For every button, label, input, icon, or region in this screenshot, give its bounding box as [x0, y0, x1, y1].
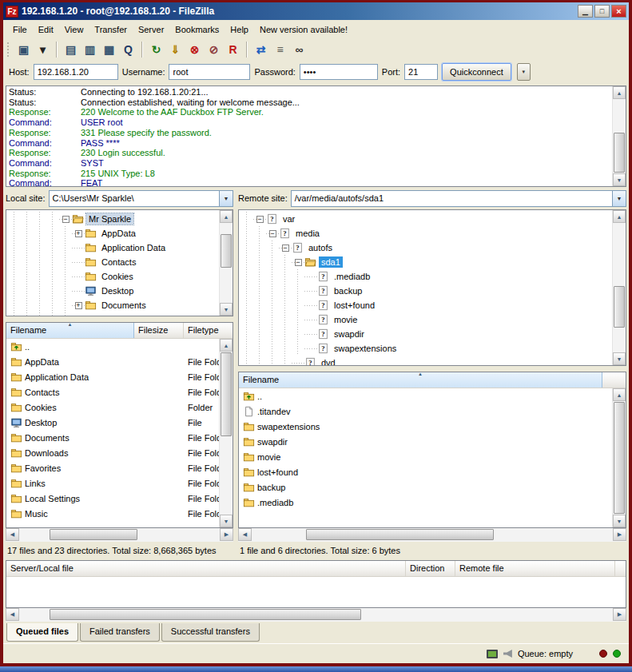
tree-item[interactable]: Cookies: [8, 269, 218, 284]
local-directory-tree[interactable]: −Mr Sparkle+AppDataApplication DataConta…: [6, 209, 233, 316]
collapse-icon[interactable]: −: [256, 216, 264, 223]
menu-server[interactable]: Server: [133, 22, 169, 38]
scroll-left-button[interactable]: ◀: [6, 528, 19, 541]
file-row[interactable]: FavoritesFile Folder: [6, 460, 233, 475]
toggle-message-log-button[interactable]: ▤: [62, 41, 80, 58]
expand-icon[interactable]: +: [75, 302, 82, 309]
scroll-down-button[interactable]: ▼: [613, 515, 626, 527]
local-site-combo[interactable]: C:\Users\Mr Sparkle\ ▼: [49, 190, 233, 207]
file-row[interactable]: DocumentsFile Folder: [6, 430, 233, 445]
scroll-thumb[interactable]: [221, 352, 232, 436]
tree-item[interactable]: dvd: [240, 356, 611, 366]
tree-item[interactable]: −Mr Sparkle: [8, 212, 218, 226]
file-row[interactable]: swapextensions: [239, 419, 626, 434]
monitor-icon[interactable]: [487, 650, 498, 658]
tree-item[interactable]: −autofs: [240, 241, 611, 255]
message-log[interactable]: Status:Connecting to 192.168.1.20:21...S…: [6, 85, 626, 187]
file-row[interactable]: ..: [239, 388, 626, 404]
queue-pane[interactable]: Server/Local fileDirectionRemote file: [6, 560, 626, 608]
scroll-down-button[interactable]: ▼: [613, 173, 626, 186]
quickconnect-dropdown-button[interactable]: ▾: [517, 63, 531, 81]
scroll-thumb[interactable]: [50, 609, 361, 620]
local-tree-scrollbar[interactable]: ▲ ▼: [219, 210, 233, 316]
toggle-queue-button[interactable]: Q: [119, 41, 137, 58]
expand-icon[interactable]: +: [75, 230, 82, 237]
scroll-left-button[interactable]: ◀: [238, 528, 252, 541]
new-version-notice[interactable]: New version available!: [254, 22, 353, 38]
collapse-icon[interactable]: −: [269, 230, 276, 237]
scroll-thumb[interactable]: [306, 529, 494, 540]
scroll-left-button[interactable]: ◀: [6, 608, 19, 621]
column-header-filesize[interactable]: Filesize: [134, 323, 184, 338]
local-splitter[interactable]: [6, 316, 233, 322]
remote-splitter[interactable]: [238, 366, 626, 372]
scroll-down-button[interactable]: ▼: [220, 515, 233, 527]
title-bar[interactable]: Fz 192.168.1.20 - root@192.168.1.20 - Fi…: [3, 2, 629, 20]
menu-help[interactable]: Help: [225, 22, 254, 38]
file-row[interactable]: Local SettingsFile Folder: [6, 491, 233, 506]
toggle-remote-tree-button[interactable]: ▦: [100, 41, 118, 58]
message-log-scrollbar[interactable]: ▲ ▼: [612, 86, 626, 186]
column-header-filetype[interactable]: Filetype: [184, 323, 233, 338]
file-row[interactable]: ..: [6, 339, 233, 354]
quickconnect-button[interactable]: Quickconnect: [442, 63, 511, 81]
tree-item[interactable]: Contacts: [8, 255, 218, 269]
chevron-down-icon[interactable]: ▼: [612, 191, 626, 206]
site-manager-button[interactable]: ▣: [14, 41, 33, 58]
scroll-right-button[interactable]: ▶: [220, 528, 233, 541]
local-horizontal-scrollbar[interactable]: ◀ ▶: [6, 528, 233, 542]
maximize-button[interactable]: □: [594, 5, 610, 18]
find-files-button[interactable]: ∞: [290, 41, 308, 58]
tree-item[interactable]: swapextensions: [240, 341, 611, 356]
username-input[interactable]: [169, 64, 250, 80]
scroll-up-button[interactable]: ▲: [220, 339, 233, 352]
scroll-down-button[interactable]: ▼: [220, 303, 233, 316]
scroll-up-button[interactable]: ▲: [613, 86, 626, 99]
tree-item[interactable]: Desktop: [8, 284, 218, 298]
tree-item[interactable]: Application Data: [8, 241, 218, 255]
scroll-up-button[interactable]: ▲: [613, 210, 626, 223]
collapse-icon[interactable]: −: [295, 259, 302, 266]
scroll-thumb[interactable]: [221, 234, 232, 268]
scroll-thumb[interactable]: [614, 133, 625, 173]
menu-bookmarks[interactable]: Bookmarks: [169, 22, 225, 38]
site-manager-dropdown-button[interactable]: ▾: [34, 41, 52, 58]
scroll-up-button[interactable]: ▲: [220, 210, 233, 223]
scroll-thumb[interactable]: [614, 286, 625, 328]
expand-icon[interactable]: +: [75, 316, 82, 317]
file-row[interactable]: ContactsFile Folder: [6, 384, 233, 400]
close-button[interactable]: ×: [611, 5, 626, 18]
remote-tree-scrollbar[interactable]: ▲ ▼: [612, 210, 626, 365]
remote-list-scrollbar[interactable]: ▲ ▼: [612, 388, 626, 527]
port-input[interactable]: [404, 64, 438, 80]
file-row[interactable]: Application DataFile Folder: [6, 369, 233, 384]
collapse-icon[interactable]: −: [282, 245, 289, 252]
tree-item[interactable]: backup: [240, 284, 611, 298]
queue-column-header-server-local-file[interactable]: Server/Local file: [6, 561, 406, 576]
file-row[interactable]: .titandev: [239, 404, 626, 419]
file-row[interactable]: lost+found: [239, 464, 626, 479]
scroll-down-button[interactable]: ▼: [613, 352, 626, 365]
scroll-right-button[interactable]: ▶: [613, 528, 626, 541]
remote-file-list[interactable]: ▲Filename ...titandevswapextensionsswapd…: [238, 372, 626, 528]
tab-successful-transfers[interactable]: Successful transfers: [161, 623, 260, 642]
cancel-button[interactable]: ⊗: [185, 41, 204, 58]
menu-edit[interactable]: Edit: [33, 22, 59, 38]
scroll-thumb[interactable]: [50, 529, 137, 540]
scroll-up-button[interactable]: ▲: [613, 388, 626, 401]
queue-column-header-remote-file[interactable]: Remote file: [455, 561, 615, 576]
file-row[interactable]: .mediadb: [239, 495, 626, 510]
file-row[interactable]: movie: [239, 449, 626, 464]
speaker-icon[interactable]: [503, 650, 512, 658]
scroll-thumb[interactable]: [614, 402, 625, 514]
column-header-filename[interactable]: ▲Filename: [6, 323, 134, 338]
refresh-button[interactable]: ↻: [147, 41, 165, 58]
queue-column-header-direction[interactable]: Direction: [406, 561, 455, 576]
tree-item[interactable]: lost+found: [240, 298, 611, 312]
file-row[interactable]: CookiesFolder: [6, 400, 233, 415]
password-input[interactable]: [300, 64, 378, 80]
queue-body[interactable]: [6, 577, 626, 607]
tree-item[interactable]: +AppData: [8, 226, 218, 241]
process-queue-button[interactable]: ⇓: [166, 41, 185, 58]
file-row[interactable]: backup: [239, 479, 626, 495]
